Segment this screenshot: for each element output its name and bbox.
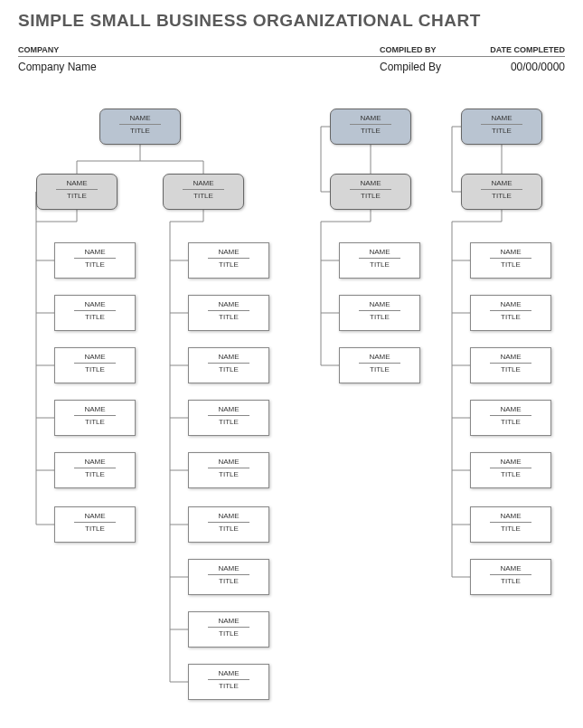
node-title: TITLE <box>340 365 419 373</box>
node-name: NAME <box>164 179 243 187</box>
org-node-leaf: NAMETITLE <box>54 506 136 543</box>
node-title: TITLE <box>189 365 268 373</box>
node-title: TITLE <box>55 313 135 321</box>
node-title: TITLE <box>462 192 541 200</box>
org-node-leaf: NAMETITLE <box>188 611 269 648</box>
org-node-leaf: NAMETITLE <box>188 400 269 436</box>
org-node-leaf: NAMETITLE <box>54 347 136 383</box>
org-node-leaf: NAMETITLE <box>188 452 269 488</box>
org-node-leaf: NAMETITLE <box>339 242 420 279</box>
node-name: NAME <box>331 179 410 187</box>
node-title: TITLE <box>471 525 550 533</box>
node-title: TITLE <box>189 260 268 269</box>
node-name: NAME <box>189 669 268 677</box>
node-name: NAME <box>340 353 419 361</box>
node-name: NAME <box>189 512 268 520</box>
org-node-mid: NAMETITLE <box>330 174 411 210</box>
node-title: TITLE <box>189 629 268 638</box>
org-node-leaf: NAMETITLE <box>188 559 269 595</box>
node-title: TITLE <box>189 525 268 533</box>
node-name: NAME <box>189 564 268 572</box>
node-title: TITLE <box>189 682 268 690</box>
org-node-top: NAMETITLE <box>461 109 542 145</box>
org-node-leaf: NAMETITLE <box>188 242 269 279</box>
org-chart-canvas: NAME TITLE NAME TITLE NAME TITLE NAMETIT… <box>0 0 583 728</box>
node-name: NAME <box>55 458 135 466</box>
node-name: NAME <box>340 248 419 256</box>
node-title: TITLE <box>100 127 180 135</box>
node-title: TITLE <box>55 525 135 533</box>
org-node-mid: NAME TITLE <box>163 174 244 210</box>
node-title: TITLE <box>37 192 117 200</box>
node-name: NAME <box>100 114 180 122</box>
node-name: NAME <box>55 300 135 308</box>
node-title: TITLE <box>189 470 268 478</box>
node-name: NAME <box>462 179 541 187</box>
org-node-leaf: NAMETITLE <box>188 347 269 383</box>
node-title: TITLE <box>471 577 550 585</box>
node-name: NAME <box>55 353 135 361</box>
org-node-leaf: NAMETITLE <box>54 400 136 436</box>
node-title: TITLE <box>462 127 541 135</box>
node-title: TITLE <box>331 192 410 200</box>
node-name: NAME <box>189 458 268 466</box>
node-title: TITLE <box>340 313 419 321</box>
node-name: NAME <box>55 405 135 413</box>
node-title: TITLE <box>189 577 268 585</box>
node-name: NAME <box>471 300 550 308</box>
node-title: TITLE <box>189 313 268 321</box>
node-title: TITLE <box>55 470 135 478</box>
node-title: TITLE <box>471 470 550 478</box>
node-title: TITLE <box>471 260 550 269</box>
org-node-leaf: NAMETITLE <box>54 242 136 279</box>
node-name: NAME <box>55 512 135 520</box>
node-name: NAME <box>189 353 268 361</box>
node-name: NAME <box>37 179 117 187</box>
node-name: NAME <box>189 617 268 625</box>
org-node-top: NAMETITLE <box>330 109 411 145</box>
org-node-leaf: NAMETITLE <box>339 347 420 383</box>
node-name: NAME <box>471 405 550 413</box>
org-node-leaf: NAMETITLE <box>188 506 269 543</box>
node-name: NAME <box>471 353 550 361</box>
org-node-leaf: NAMETITLE <box>54 295 136 331</box>
node-title: TITLE <box>55 365 135 373</box>
node-title: TITLE <box>189 418 268 426</box>
org-node-leaf: NAMETITLE <box>470 400 551 436</box>
org-node-leaf: NAMETITLE <box>470 559 551 595</box>
node-name: NAME <box>462 114 541 122</box>
node-name: NAME <box>471 248 550 256</box>
org-node-leaf: NAMETITLE <box>470 242 551 279</box>
node-title: TITLE <box>471 365 550 373</box>
node-name: NAME <box>189 248 268 256</box>
node-title: TITLE <box>471 313 550 321</box>
node-name: NAME <box>55 248 135 256</box>
node-title: TITLE <box>340 260 419 269</box>
node-title: TITLE <box>471 418 550 426</box>
node-name: NAME <box>189 405 268 413</box>
org-node-leaf: NAMETITLE <box>470 347 551 383</box>
node-name: NAME <box>331 114 410 122</box>
org-node-leaf: NAMETITLE <box>54 452 136 488</box>
org-node-top: NAME TITLE <box>99 109 181 145</box>
org-node-leaf: NAMETITLE <box>188 295 269 331</box>
node-name: NAME <box>471 564 550 572</box>
org-node-leaf: NAMETITLE <box>470 506 551 543</box>
node-title: TITLE <box>55 418 135 426</box>
org-node-mid: NAMETITLE <box>461 174 542 210</box>
org-node-leaf: NAMETITLE <box>470 452 551 488</box>
org-node-leaf: NAMETITLE <box>339 295 420 331</box>
org-node-leaf: NAMETITLE <box>188 664 269 700</box>
node-name: NAME <box>471 512 550 520</box>
node-title: TITLE <box>331 127 410 135</box>
org-node-leaf: NAMETITLE <box>470 295 551 331</box>
node-title: TITLE <box>164 192 243 200</box>
node-title: TITLE <box>55 260 135 269</box>
node-name: NAME <box>471 458 550 466</box>
node-name: NAME <box>189 300 268 308</box>
node-name: NAME <box>340 300 419 308</box>
org-node-mid: NAME TITLE <box>36 174 118 210</box>
